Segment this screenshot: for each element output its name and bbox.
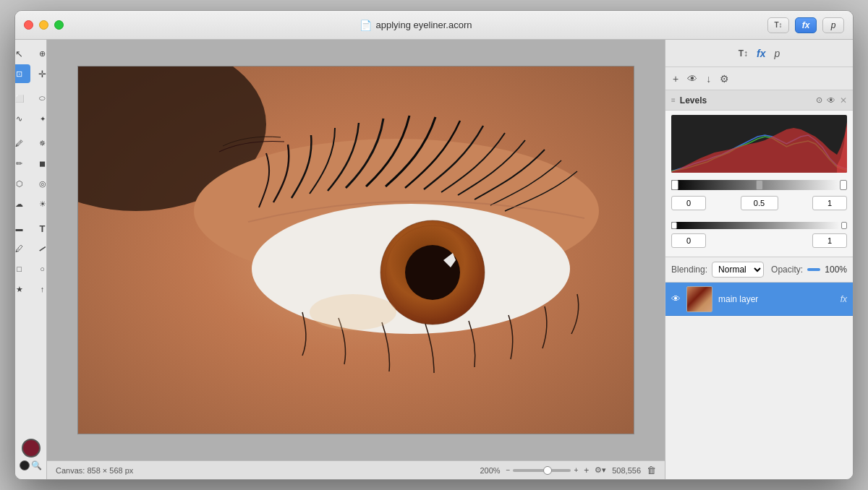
download-icon[interactable]: ↓ [706, 73, 711, 85]
dodge-tool[interactable]: ☀ [32, 194, 54, 213]
blending-section: Blending: Normal Multiply Screen Overlay… [665, 257, 853, 283]
rect-select-tool[interactable]: ⬜ [15, 89, 30, 108]
panel-p-icon[interactable]: p [775, 48, 780, 59]
tool-pair-3: ⬜ ⬭ [15, 89, 54, 108]
tool-pair-11: □ ○ [15, 259, 54, 278]
levels-output-values [665, 233, 853, 252]
foreground-color[interactable] [22, 439, 41, 457]
traffic-lights [24, 20, 64, 30]
canvas-container [47, 40, 665, 460]
ellipse-select-tool[interactable]: ⬭ [32, 89, 54, 108]
canvas-image[interactable] [77, 66, 634, 434]
eyedropper-tool[interactable]: 🖉 [15, 134, 30, 152]
trash-icon[interactable]: 🗑 [647, 465, 656, 476]
right-panel: T↕ fx p + 👁 ↓ ⚙ ≡ Levels ⊙ 👁 ✕ [665, 40, 853, 479]
zoom-in-icon[interactable]: + [574, 466, 578, 474]
histogram-area [671, 115, 847, 173]
output-black-handle[interactable] [671, 222, 677, 229]
input-mid-handle[interactable] [756, 180, 763, 190]
panel-toolbar: T↕ fx p [665, 40, 853, 67]
levels-output-area [665, 218, 853, 233]
opacity-slider[interactable] [807, 268, 820, 271]
zoom-out-icon[interactable]: − [506, 466, 511, 474]
arrow-shape-tool[interactable]: ↑ [32, 280, 54, 298]
blend-mode-select[interactable]: Normal Multiply Screen Overlay [712, 262, 764, 278]
eraser-tool[interactable]: ◼ [32, 154, 54, 173]
add-filter-icon[interactable]: + [673, 73, 678, 85]
layer-item[interactable]: 👁 main layer fx [665, 283, 853, 316]
doc-title: applying eyeliner.acorn [376, 20, 472, 30]
arrow-tool[interactable]: ↖ [15, 44, 30, 63]
layer-fx-icon[interactable]: fx [841, 294, 847, 304]
input-gradient-slider[interactable] [671, 180, 847, 190]
levels-header: ≡ Levels ⊙ 👁 ✕ [665, 90, 853, 111]
position-info: 508,556 [612, 466, 641, 475]
input-white-handle[interactable] [840, 180, 847, 190]
magic-wand-tool[interactable]: ✵ [32, 134, 54, 152]
tool-pair-7: ⬡ ◎ [15, 174, 54, 193]
output-white-handle[interactable] [841, 222, 847, 229]
titlebar: 📄 applying eyeliner.acorn T↕ fx p [15, 11, 853, 40]
panel-tools-icon[interactable]: T↕ [739, 48, 748, 59]
output-black-value[interactable] [671, 233, 706, 248]
tools-button[interactable]: T↕ [767, 17, 789, 33]
close-button[interactable] [24, 20, 33, 30]
rect-shape-tool[interactable]: □ [15, 259, 30, 278]
input-black-handle[interactable] [671, 180, 678, 190]
ellipse-shape-tool[interactable]: ○ [32, 259, 54, 278]
star-tool[interactable]: ★ [15, 280, 30, 298]
input-mid-value[interactable] [741, 196, 778, 210]
crop-tool[interactable]: ⊡ [15, 64, 30, 83]
eye-icon[interactable]: 👁 [687, 73, 697, 85]
tool-pair-6: ✏ ◼ [15, 154, 54, 173]
brush-tool[interactable]: ✏ [15, 154, 30, 173]
main-layout: ↖ ⊕ ⊡ ✛ ⬜ ⬭ ∿ ✦ 🖉 ✵ ✏ ◼ [15, 40, 853, 479]
tool-pair-12: ★ ↑ [15, 280, 54, 298]
panel-fx-icon[interactable]: fx [757, 48, 765, 59]
input-white-value[interactable] [812, 196, 847, 210]
gear-icon[interactable]: ⚙ [720, 73, 729, 85]
zoom-slider-area: − + [506, 466, 579, 474]
tool-pair-10: 🖊 / [15, 239, 54, 258]
titlebar-right: T↕ fx p [767, 17, 844, 33]
export-icon[interactable]: ⚙▾ [595, 465, 606, 475]
doc-icon: 📄 [359, 20, 372, 31]
zoom-tool[interactable]: ⊕ [32, 44, 54, 63]
tool-pair-2: ⊡ ✛ [15, 64, 54, 83]
left-toolbar: ↖ ⊕ ⊡ ✛ ⬜ ⬭ ∿ ✦ 🖉 ✵ ✏ ◼ [15, 40, 47, 479]
layers-section: 👁 main layer fx [665, 283, 853, 479]
tool-pair-5: 🖉 ✵ [15, 134, 54, 152]
levels-delete-icon[interactable]: ✕ [840, 95, 847, 106]
transform-tool[interactable]: ✛ [32, 64, 54, 83]
output-white-value[interactable] [812, 233, 847, 248]
clone-tool[interactable]: ◎ [32, 174, 54, 193]
layer-visibility-icon[interactable]: 👁 [671, 293, 681, 304]
lasso-tool[interactable]: ∿ [15, 109, 30, 128]
smudge-tool[interactable]: ☁ [15, 194, 30, 213]
layer-name: main layer [718, 294, 835, 304]
levels-eye-icon[interactable]: 👁 [827, 95, 835, 106]
levels-section: ≡ Levels ⊙ 👁 ✕ [665, 90, 853, 257]
tool-pair-9: ▬ T [15, 219, 54, 238]
fx-button[interactable]: fx [795, 17, 817, 33]
input-black-value[interactable] [671, 196, 706, 210]
output-gradient-slider[interactable] [671, 222, 847, 229]
histogram-svg [671, 115, 847, 173]
add-icon[interactable]: + [584, 465, 589, 476]
levels-adjust-icon[interactable]: ⊙ [816, 95, 822, 106]
p-button[interactable]: p [822, 17, 844, 33]
bg-fg-row: 🔍 [20, 460, 42, 470]
background-color[interactable] [20, 460, 30, 470]
bucket-tool[interactable]: ⬡ [15, 174, 30, 193]
color-swatches: 🔍 [20, 439, 42, 475]
tool-pair-4: ∿ ✦ [15, 109, 54, 128]
magic-select-tool[interactable]: ✦ [32, 109, 54, 128]
magnifier-icon[interactable]: 🔍 [31, 460, 42, 470]
maximize-button[interactable] [54, 20, 64, 30]
pen-tool[interactable]: 🖊 [15, 239, 30, 258]
gradient-tool[interactable]: ▬ [15, 219, 30, 238]
minimize-button[interactable] [39, 20, 48, 30]
svg-point-5 [405, 245, 460, 300]
zoom-slider[interactable] [513, 469, 571, 472]
svg-point-8 [310, 294, 396, 330]
